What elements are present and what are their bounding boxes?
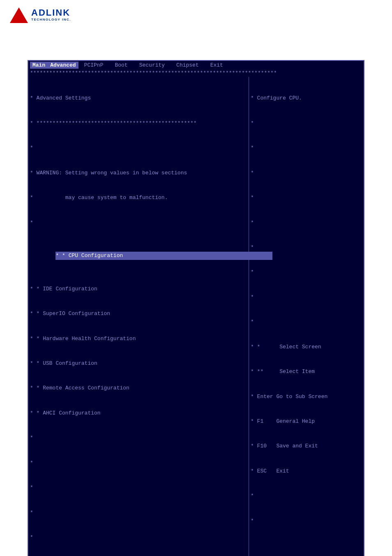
left-spacer2: * (30, 459, 247, 467)
menu-item-advanced[interactable]: Advanced (48, 62, 78, 69)
advanced-settings-title: * Advanced Settings (30, 94, 247, 102)
left-sub-separator: * **************************************… (30, 119, 247, 127)
key-select-screen: * * Select Screen (251, 343, 362, 351)
logo-triangle-icon (10, 7, 28, 23)
top-separator: ****************************************… (28, 70, 364, 77)
menu-item-security[interactable]: Security (134, 62, 171, 69)
key-enter: * Enter Go to Sub Screen (251, 393, 362, 401)
right-spacer1: * (251, 119, 362, 127)
right-spacer9: * (251, 318, 362, 326)
key-esc: * ESC Exit (251, 467, 362, 475)
logo: ADLINK TECHNOLOGY INC. (10, 7, 71, 23)
warning-line-2: * may cause system to malfunction. (30, 194, 247, 202)
right-spacer2: * (251, 144, 362, 152)
right-spacer5: * (251, 219, 362, 227)
right-help-text: * Configure CPU. (251, 94, 362, 102)
logo-text: ADLINK TECHNOLOGY INC. (31, 8, 71, 22)
ide-config-item[interactable]: * * IDE Configuration (30, 285, 247, 293)
remote-access-config-item[interactable]: * * Remote Access Configuration (30, 384, 247, 392)
left-spacer4: * (30, 509, 247, 517)
bios-menu-bar: Main Advanced PCIPnP Boot Security Chips… (28, 61, 364, 70)
menu-item-boot[interactable]: Boot (109, 62, 133, 69)
key-f10: * F10 Save and Exit (251, 442, 362, 450)
usb-config-item[interactable]: * * USB Configuration (30, 359, 247, 368)
bios-screen: Main Advanced PCIPnP Boot Security Chips… (28, 60, 364, 556)
cpu-config-item[interactable]: * * CPU Configuration (30, 243, 247, 268)
right-spacer11: * (251, 517, 362, 525)
bios-content-area: * Advanced Settings * ******************… (28, 77, 364, 556)
menu-item-main[interactable]: Main (30, 62, 48, 69)
warning-line-1: * WARNING: Setting wrong values in below… (30, 169, 247, 177)
menu-item-chipset[interactable]: Chipset (171, 62, 205, 69)
left-spacer3: * (30, 484, 247, 492)
menu-item-pcipnp[interactable]: PCIPnP (78, 62, 109, 69)
left-spacer5: * (30, 533, 247, 542)
ahci-config-item[interactable]: * * AHCI Configuration (30, 409, 247, 417)
key-select-item: * ** Select Item (251, 368, 362, 376)
bios-left-panel: * Advanced Settings * ******************… (28, 77, 249, 556)
menu-item-exit[interactable]: Exit (205, 62, 229, 69)
right-spacer6: * (251, 243, 362, 252)
warning-spacer2: * (30, 219, 247, 227)
key-f1: * F1 General Help (251, 417, 362, 426)
left-spacer1: * (30, 434, 247, 442)
logo-company-name: ADLINK (31, 8, 71, 17)
right-spacer8: * (251, 293, 362, 301)
right-spacer4: * (251, 194, 362, 202)
right-spacer3: * (251, 169, 362, 177)
right-spacer7: * (251, 268, 362, 276)
hardware-health-config-item[interactable]: * * Hardware Health Configuration (30, 335, 247, 343)
logo-subtitle: TECHNOLOGY INC. (31, 17, 71, 22)
bios-right-panel: * Configure CPU. * * * * * * * * * * * S… (249, 77, 364, 556)
warning-spacer: * (30, 144, 247, 152)
right-spacer10: * (251, 492, 362, 500)
superio-config-item[interactable]: * * SuperIO Configuration (30, 310, 247, 318)
header: ADLINK TECHNOLOGY INC. (0, 0, 392, 27)
